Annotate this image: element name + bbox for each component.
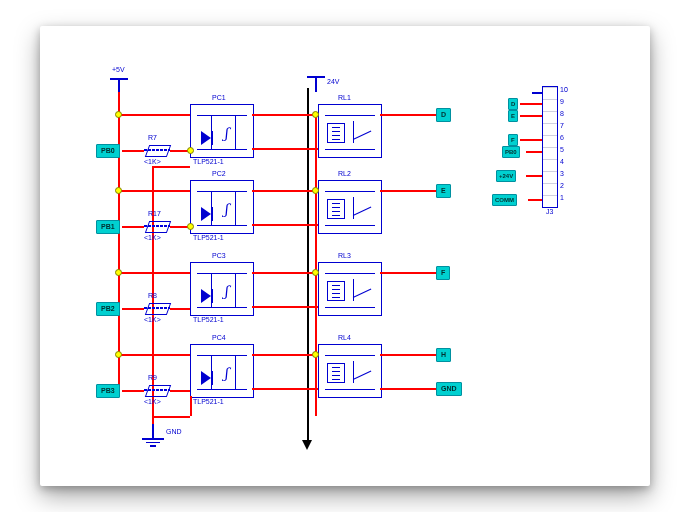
- rail-5v: [118, 92, 120, 394]
- r2-ref: R17: [148, 210, 161, 217]
- junction-dot-icon: [187, 147, 194, 154]
- junction-dot-icon: [115, 269, 122, 276]
- net-pb0: PB0: [96, 144, 120, 158]
- r2-val: <1K>: [144, 234, 161, 241]
- transistor-icon: ʃ: [224, 201, 242, 219]
- led-icon: [201, 289, 221, 303]
- pin-num-3: 7: [560, 122, 564, 129]
- r4-ref: R9: [148, 374, 157, 381]
- rly1-ref: RL1: [338, 94, 351, 101]
- stage: { "power":{"rail_left":"+5V","rail_mid":…: [0, 0, 689, 512]
- optocoupler-2: ʃ: [190, 180, 254, 234]
- resistor-4: [144, 385, 170, 395]
- rly4-ref: RL4: [338, 334, 351, 341]
- transistor-icon: ʃ: [224, 365, 242, 383]
- led-icon: [201, 371, 221, 385]
- relay-1: [318, 104, 382, 158]
- arrow-down-icon: [302, 440, 312, 450]
- switch-icon: [353, 279, 373, 301]
- pin-lab-1: D: [508, 98, 518, 110]
- pin-lab-4: F: [508, 134, 518, 146]
- conn-ref: J3: [546, 208, 553, 215]
- junction-dot-icon: [312, 269, 319, 276]
- pin-num-7: 3: [560, 170, 564, 177]
- switch-icon: [353, 197, 373, 219]
- resistor-2: [144, 221, 170, 231]
- pin-num-2: 8: [560, 110, 564, 117]
- r4-val: <1K>: [144, 398, 161, 405]
- wire: [118, 190, 190, 192]
- label-24v: 24V: [327, 78, 339, 85]
- wire: [152, 416, 190, 418]
- wire: [528, 199, 542, 201]
- coil-icon: [327, 281, 345, 301]
- wire: [252, 306, 318, 308]
- coil-icon: [327, 123, 345, 143]
- power-24v: [307, 76, 325, 92]
- junction-dot-icon: [115, 111, 122, 118]
- wire: [122, 226, 144, 228]
- net-pb2: PB2: [96, 302, 120, 316]
- wire: [122, 308, 144, 310]
- pin-num-0: 10: [560, 86, 568, 93]
- wire: [170, 308, 190, 310]
- net-out-3: F: [436, 266, 450, 280]
- wire: [170, 390, 190, 392]
- connector-j3: [542, 86, 558, 208]
- relay-3: [318, 262, 382, 316]
- rly2-ref: RL2: [338, 170, 351, 177]
- wire: [118, 272, 190, 274]
- wire: [380, 114, 436, 116]
- pin-lab-2: E: [508, 110, 518, 122]
- rly3-ref: RL3: [338, 252, 351, 259]
- schematic-card: { "power":{"rail_left":"+5V","rail_mid":…: [40, 26, 650, 486]
- resistor-3: [144, 303, 170, 313]
- pin-num-9: 1: [560, 194, 564, 201]
- junction-dot-icon: [115, 351, 122, 358]
- relay-2: [318, 180, 382, 234]
- led-icon: [201, 131, 221, 145]
- r3-val: <1K>: [144, 316, 161, 323]
- transistor-icon: ʃ: [224, 283, 242, 301]
- switch-icon: [353, 121, 373, 143]
- pin-lab-7: +24V: [496, 170, 516, 182]
- net-out-2: E: [436, 184, 451, 198]
- coil-icon: [327, 199, 345, 219]
- junction-dot-icon: [312, 351, 319, 358]
- r1-val: <1K>: [144, 158, 161, 165]
- label-5v: +5V: [112, 66, 125, 73]
- pin-num-6: 4: [560, 158, 564, 165]
- wire: [252, 354, 318, 356]
- wire: [118, 354, 190, 356]
- pin-lab-5: PB0: [502, 146, 520, 158]
- wire: [380, 354, 436, 356]
- wire: [152, 166, 190, 168]
- net-out-1: D: [436, 108, 451, 122]
- wire: [122, 390, 144, 392]
- pin-stub: [532, 92, 542, 94]
- wire: [380, 388, 436, 390]
- wire: [252, 114, 318, 116]
- pin-num-1: 9: [560, 98, 564, 105]
- wire: [252, 190, 318, 192]
- pin-num-8: 2: [560, 182, 564, 189]
- ic2-part: TLP521-1: [193, 234, 224, 241]
- net-pb3: PB3: [96, 384, 120, 398]
- wire: [252, 272, 318, 274]
- wire: [526, 151, 542, 153]
- wire: [252, 224, 318, 226]
- coil-icon: [327, 363, 345, 383]
- pin-num-4: 6: [560, 134, 564, 141]
- label-gnd: GND: [166, 428, 182, 435]
- net-pb1: PB1: [96, 220, 120, 234]
- ic1-ref: PC1: [212, 94, 226, 101]
- wire: [122, 150, 144, 152]
- wire: [252, 388, 318, 390]
- pin-lab-9: COMM: [492, 194, 517, 206]
- junction-dot-icon: [312, 187, 319, 194]
- net-out-4b: GND: [436, 382, 462, 396]
- junction-dot-icon: [187, 223, 194, 230]
- junction-dot-icon: [115, 187, 122, 194]
- pin-num-5: 5: [560, 146, 564, 153]
- junction-dot-icon: [312, 111, 319, 118]
